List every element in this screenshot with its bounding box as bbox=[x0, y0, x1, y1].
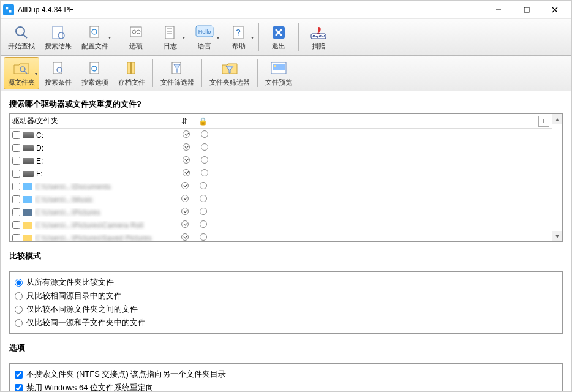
scrollbar[interactable]: ▲ ▼ bbox=[552, 114, 562, 241]
row-radio-1[interactable] bbox=[176, 233, 194, 241]
scroll-up-icon[interactable]: ▲ bbox=[552, 114, 562, 124]
source-folder-tab[interactable]: 源文件夹▾ bbox=[4, 57, 39, 89]
archive-files-tab[interactable]: 存档文件 bbox=[114, 57, 149, 89]
list-row[interactable]: C:\Users\...\Pictures\Saved Pictures bbox=[10, 232, 552, 241]
row-checkbox[interactable] bbox=[12, 183, 20, 190]
row-radio-2[interactable] bbox=[194, 182, 213, 191]
option-label: 不搜索文件夹 (NTFS 交接点) 该点指向另一个文件夹目录 bbox=[26, 369, 226, 380]
svg-rect-32 bbox=[90, 62, 99, 74]
chevron-down-icon: ▾ bbox=[35, 70, 37, 76]
list-row[interactable]: C: bbox=[10, 129, 552, 141]
list-header: 驱动器/文件夹 ⇵ 🔒 + bbox=[10, 114, 552, 129]
options-button[interactable]: 选项 bbox=[119, 20, 152, 54]
row-checkbox[interactable] bbox=[12, 195, 20, 203]
column-header-sort-icon[interactable]: ⇵ bbox=[175, 117, 194, 126]
row-checkbox[interactable] bbox=[12, 208, 20, 216]
start-search-button[interactable]: 开始查找 bbox=[4, 20, 39, 54]
tab-label: 文件夹筛选器 bbox=[209, 78, 250, 87]
compare-mode-option[interactable]: 只比较相同源目录中的文件 bbox=[15, 289, 557, 303]
row-checkbox[interactable] bbox=[12, 157, 20, 165]
row-radio-1[interactable] bbox=[176, 208, 194, 217]
list-row[interactable]: E: bbox=[10, 154, 552, 167]
row-radio-1[interactable] bbox=[177, 156, 195, 165]
row-radio-1[interactable] bbox=[176, 221, 194, 230]
folder-filter-tab[interactable]: 文件夹筛选器 bbox=[205, 57, 254, 89]
language-button[interactable]: Hello 语言▾ bbox=[188, 20, 221, 54]
checkbox-input[interactable] bbox=[15, 371, 23, 379]
compare-mode-option[interactable]: 仅比较不同源文件夹之间的文件 bbox=[15, 303, 557, 316]
separator bbox=[298, 23, 299, 51]
radio-input[interactable] bbox=[15, 279, 23, 287]
separator bbox=[257, 59, 258, 87]
row-radio-1[interactable] bbox=[177, 130, 195, 140]
row-radio-1[interactable] bbox=[177, 143, 195, 153]
scroll-thumb[interactable] bbox=[552, 124, 562, 231]
row-radio-2[interactable] bbox=[194, 195, 213, 204]
close-button[interactable] bbox=[541, 1, 569, 19]
row-radio-1[interactable] bbox=[176, 182, 194, 191]
row-radio-1[interactable] bbox=[177, 169, 195, 178]
row-radio-2[interactable] bbox=[195, 169, 214, 178]
row-radio-2[interactable] bbox=[195, 143, 214, 153]
radio-input[interactable] bbox=[15, 306, 23, 314]
main-toolbar: 开始查找 搜索结果 配置文件▾ 选项 日志▾ Hello 语言▾ ? 帮助▾ 退… bbox=[1, 19, 571, 56]
chevron-down-icon: ▾ bbox=[217, 34, 219, 40]
folder-icon bbox=[23, 209, 32, 216]
scroll-down-icon[interactable]: ▼ bbox=[552, 231, 562, 241]
row-checkbox[interactable] bbox=[12, 234, 20, 241]
option-label: 只比较相同源目录中的文件 bbox=[26, 290, 122, 301]
compare-mode-box: 从所有源文件夹比较文件只比较相同源目录中的文件仅比较不同源文件夹之间的文件仅比较… bbox=[9, 271, 563, 334]
list-row[interactable]: C:\Users\...\Documents bbox=[10, 180, 552, 193]
row-radio-2[interactable] bbox=[195, 130, 214, 140]
search-criteria-tab[interactable]: 搜索条件 bbox=[40, 57, 76, 89]
list-row[interactable]: C:\Users\...\Pictures\Camera Roll bbox=[10, 219, 552, 232]
row-radio-2[interactable] bbox=[194, 208, 213, 217]
list-row[interactable]: D: bbox=[10, 141, 552, 154]
drive-icon bbox=[23, 132, 34, 138]
file-filter-tab[interactable]: 文件筛选器 bbox=[156, 57, 198, 89]
row-radio-1[interactable] bbox=[176, 195, 194, 204]
row-checkbox[interactable] bbox=[12, 221, 20, 229]
app-icon bbox=[3, 4, 14, 15]
tab-label: 存档文件 bbox=[118, 78, 145, 87]
search-results-button[interactable]: 搜索结果 bbox=[40, 20, 76, 54]
compare-mode-option[interactable]: 从所有源文件夹比较文件 bbox=[15, 276, 557, 289]
row-checkbox[interactable] bbox=[12, 131, 20, 139]
row-checkbox[interactable] bbox=[12, 170, 20, 178]
log-button[interactable]: 日志▾ bbox=[154, 20, 187, 54]
radio-input[interactable] bbox=[15, 319, 23, 327]
column-header-path[interactable]: 驱动器/文件夹 bbox=[10, 116, 175, 126]
compare-mode-option[interactable]: 仅比较同一源和子文件夹中的文件 bbox=[15, 316, 557, 330]
option-row[interactable]: 不搜索文件夹 (NTFS 交接点) 该点指向另一个文件夹目录 bbox=[15, 368, 557, 381]
radio-input[interactable] bbox=[15, 292, 23, 300]
row-path: C:\Users\...\Pictures\Camera Roll bbox=[35, 221, 176, 230]
list-row[interactable]: C:\Users\...\Pictures bbox=[10, 206, 552, 219]
checkbox-input[interactable] bbox=[15, 384, 23, 392]
row-radio-2[interactable] bbox=[194, 221, 213, 230]
list-row[interactable]: F: bbox=[10, 167, 552, 180]
maximize-button[interactable] bbox=[513, 1, 541, 19]
search-options-tab[interactable]: 搜索选项 bbox=[77, 57, 113, 89]
row-path: C:\Users\...\Pictures bbox=[35, 208, 176, 217]
row-radio-2[interactable] bbox=[194, 233, 213, 241]
file-preview-tab[interactable]: 文件预览 bbox=[261, 57, 296, 89]
help-button[interactable]: ? 帮助▾ bbox=[222, 20, 255, 54]
config-files-button[interactable]: 配置文件▾ bbox=[77, 20, 113, 54]
row-path: C: bbox=[36, 131, 177, 140]
row-path: F: bbox=[36, 170, 177, 178]
svg-point-6 bbox=[16, 27, 24, 36]
column-header-lock-icon[interactable]: 🔒 bbox=[194, 117, 212, 126]
toolbar-label: 配置文件 bbox=[81, 42, 108, 51]
row-checkbox[interactable] bbox=[12, 144, 20, 152]
minimize-button[interactable] bbox=[484, 1, 513, 19]
titlebar: AllDup 4.4.34 PE bbox=[1, 1, 571, 19]
options-title: 选项 bbox=[9, 342, 563, 353]
row-radio-2[interactable] bbox=[195, 156, 214, 165]
option-row[interactable]: 禁用 Windows 64 位文件系统重定向 bbox=[15, 381, 557, 392]
list-row[interactable]: C:\Users\...\Music bbox=[10, 193, 552, 206]
separator bbox=[152, 59, 153, 87]
section-heading: 搜索哪个驱动器或文件夹重复的文件? bbox=[9, 99, 563, 110]
add-folder-button[interactable]: + bbox=[538, 116, 549, 127]
exit-button[interactable]: 退出 bbox=[262, 20, 295, 54]
donate-button[interactable]: PayPal 捐赠 bbox=[302, 20, 335, 54]
